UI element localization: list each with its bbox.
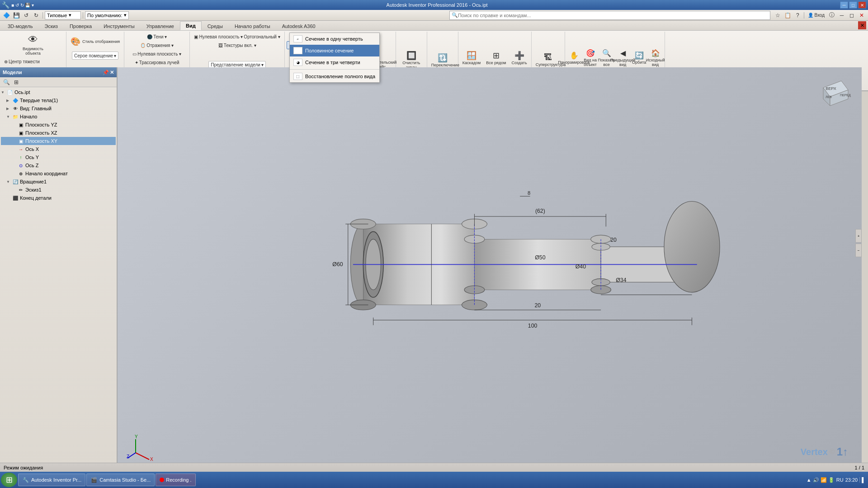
window-restore-btn[interactable]: ◻ (847, 11, 856, 19)
tab-eskiz[interactable]: Эскиз (38, 21, 63, 30)
window-min-btn[interactable]: ─ (837, 11, 846, 19)
null-plane-btn[interactable]: ▭ Нулевая плоскость ▾ (130, 50, 184, 58)
tab-nachalo[interactable]: Начало работы (229, 21, 276, 30)
show-desktop-btn[interactable]: ▌ (859, 477, 865, 483)
minimize-button[interactable]: ─ (840, 1, 848, 9)
taskbar-inventor-btn[interactable]: 🔧 Autodesk Inventor Pr... (18, 474, 85, 486)
home-btn[interactable]: 🏠 Исходный вид (648, 51, 663, 65)
tree-item-xz[interactable]: ▣ Плоскость XZ (1, 129, 116, 137)
ray-tracing-btn[interactable]: ✦ Трассировка лучей (132, 58, 182, 66)
tree-item-origin[interactable]: ▼ 📁 Начало (1, 113, 116, 121)
qat-redo-btn[interactable]: ↻ (32, 11, 41, 19)
windows-icon: ⊞ (6, 475, 13, 485)
svg-text:(62): (62) (535, 208, 545, 214)
tree-filter-btn[interactable]: 🔍 (2, 78, 11, 86)
tree-item-axis-x[interactable]: → Ось X (1, 145, 116, 153)
taskbar-recording-btn[interactable]: Recording . (156, 474, 195, 486)
viewport[interactable]: (62) Ø60 Ø50 Ø40 Ø34 20 20 100 8 X (118, 67, 862, 472)
prev-view-btn[interactable]: ◀ Предыдущий вид (616, 51, 630, 65)
tree-expand-btn[interactable]: ⊞ (12, 78, 21, 86)
ortho-icon: ▣ (194, 34, 198, 39)
search-icon: 🔍 (452, 12, 458, 18)
panel-close-btn[interactable]: ✕ (110, 70, 114, 75)
help-fav-btn[interactable]: ☆ (773, 11, 782, 19)
close-button[interactable]: ✕ (858, 1, 866, 9)
orbit-btn[interactable]: 🔄 Орбита (632, 51, 646, 65)
help-search-input[interactable] (458, 13, 548, 18)
svg-text:Ø34: Ø34 (616, 277, 626, 283)
tree-item-coord[interactable]: ⊕ Начало координат (1, 169, 116, 178)
start-button[interactable]: ⊞ (1, 473, 17, 487)
window-close-btn[interactable]: ✕ (857, 11, 866, 19)
one-quarter-icon: ⌐ (293, 35, 302, 42)
status-bar: Режим ожидания 1 / 1 (0, 463, 868, 472)
display-style-btn[interactable]: 🎨 Стиль отображения (68, 33, 122, 51)
section-three-quarters[interactable]: ◕ Сечение в три четверти (290, 56, 379, 68)
title-bar: 🔧 ■ ↺ ↻ 💾 ▾ Autodesk Inventor Profession… (0, 0, 868, 10)
login-btn[interactable]: 👤 Вход (806, 11, 826, 19)
qat-3d-btn[interactable]: 🔷 (2, 11, 11, 19)
section-one-quarter[interactable]: ⌐ Сечение в одну четверть (290, 33, 379, 45)
tree-item-xy[interactable]: ▣ Плоскость XY (1, 137, 116, 145)
panel-pin-btn[interactable]: 📌 (103, 70, 109, 75)
tab-a360[interactable]: Autodesk A360 (276, 21, 321, 30)
zoom-out-btn[interactable]: − (855, 244, 862, 257)
section-restore[interactable]: ⬚ Восстановление полного вида (290, 70, 379, 82)
tree-item-yz[interactable]: ▣ Плоскость YZ (1, 121, 116, 129)
tab-sredy[interactable]: Среды (202, 21, 229, 30)
svg-text:ЛЕВ: ЛЕВ (826, 95, 832, 99)
titlebar-controls[interactable]: ─ □ ✕ (840, 1, 866, 9)
help-search[interactable]: 🔍 (449, 11, 770, 20)
placement-dropdown[interactable]: Серое помещение ▾ (72, 52, 118, 60)
view-cube[interactable]: ВЕРХ ЛЕВ ПЕРЕД (816, 76, 853, 113)
zoom-in-btn[interactable]: + (855, 229, 862, 243)
tab-3d-model[interactable]: 3D-модель (2, 21, 38, 30)
solid-icon: 🔷 (12, 97, 19, 104)
shadows-btn[interactable]: 🌑 Тени ▾ (145, 33, 169, 41)
help-history-btn[interactable]: 📋 (783, 11, 792, 19)
tree-item-solids[interactable]: ▶ 🔷 Твердые тела(1) (1, 96, 116, 104)
systray-lang: RU (836, 477, 844, 483)
tree-item-end[interactable]: ⬛ Конец детали (1, 194, 116, 202)
preset-dropdown[interactable]: Типовые ▾ (45, 11, 81, 19)
cascade-btn[interactable]: 🪟 Каскадом (460, 46, 483, 70)
tree-item-sketch[interactable]: ✏ Эскиз1 (1, 186, 116, 194)
tab-instrumenty[interactable]: Инструменты (98, 21, 141, 30)
tree-item-axis-z[interactable]: ⊙ Ось Z (1, 161, 116, 169)
axis-y-icon: ↑ (17, 154, 24, 161)
qat-save-btn[interactable]: 💾 (12, 11, 21, 19)
create-window-btn[interactable]: ➕ Создать (509, 46, 529, 70)
center-gravity-btn[interactable]: ⊕ Центр тяжести (2, 57, 64, 66)
taskbar-camtasia-btn[interactable]: 🎬 Camtasia Studio - Бе... (86, 474, 155, 486)
maximize-button[interactable]: □ (849, 1, 857, 9)
show-all-icon: 🔍 (602, 49, 611, 57)
tree-item-root[interactable]: ▼ 📄 Ось.ipt (1, 88, 116, 96)
reflections-btn[interactable]: 🪞 Отражения ▾ (138, 41, 176, 49)
qat-undo-btn[interactable]: ↺ (22, 11, 31, 19)
tree-item-axis-y[interactable]: ↑ Ось Y (1, 153, 116, 161)
display-style-icon: 🎨 (71, 37, 80, 47)
qat-sep2 (83, 12, 83, 19)
mode-dropdown[interactable]: По умолчанию: ▾ (85, 11, 129, 19)
view-icon: 👁 (12, 105, 19, 112)
tree-item-view[interactable]: ▶ 👁 Вид: Главный (1, 104, 116, 113)
view-object-btn[interactable]: 🎯 Вид на объект (583, 51, 598, 65)
plane-xy-icon: ▣ (17, 137, 24, 145)
info-btn[interactable]: ⓘ (827, 11, 836, 19)
page-number: 1 / 1 (855, 465, 864, 470)
model-canvas: (62) Ø60 Ø50 Ø40 Ø34 20 20 100 8 (118, 67, 862, 472)
tree-item-rotation[interactable]: ▼ 🔄 Вращение1 (1, 178, 116, 186)
help-btn[interactable]: ? (793, 11, 802, 19)
tab-proverka[interactable]: Проверка (64, 21, 98, 30)
section-half[interactable]: ◧ Половинное сечение (290, 45, 379, 56)
tab-vid[interactable]: Вид (180, 21, 202, 30)
textures-btn[interactable]: 🖼 Текстуры вкл. ▾ (216, 41, 259, 49)
pan-btn[interactable]: ✋ Панорамировать (567, 51, 581, 65)
all-windows-btn[interactable]: ⊞ Все рядом (484, 46, 508, 70)
tab-upravlenie[interactable]: Управление (141, 21, 180, 30)
svg-text:X: X (150, 457, 153, 462)
tree-view: ▼ 📄 Ось.ipt ▶ 🔷 Твердые тела(1) ▶ 👁 Вид:… (0, 87, 117, 472)
visibility-object-btn[interactable]: 👁 Видимость объекта (2, 33, 64, 57)
orthogonal-btn[interactable]: ▣ Нулевая плоскость ▾ Ортогональный ▾ (192, 33, 282, 41)
panel-toggle-btn[interactable]: ✕ (858, 21, 866, 29)
